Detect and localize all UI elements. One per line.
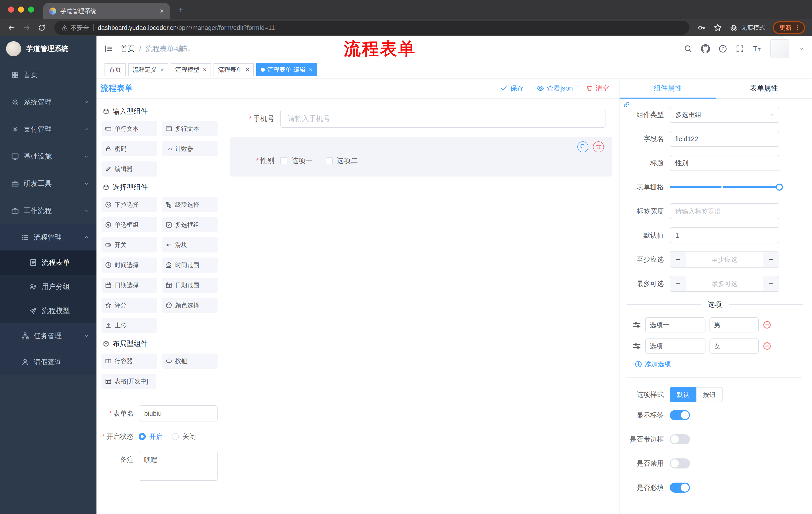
- label-width-input[interactable]: [670, 203, 779, 219]
- tag-process-form[interactable]: 流程表单×: [213, 63, 254, 76]
- gender-option-1[interactable]: 选项一: [280, 156, 313, 165]
- required-toggle[interactable]: [670, 483, 690, 493]
- bookmark-star-icon[interactable]: [714, 23, 722, 32]
- decrease-icon[interactable]: [670, 252, 686, 267]
- close-icon[interactable]: ×: [309, 66, 313, 73]
- sidebar-item-user-group[interactable]: 用户分组: [0, 275, 96, 299]
- grid-slider[interactable]: [670, 179, 779, 195]
- sidebar-item-workflow[interactable]: 工作流程: [0, 197, 96, 224]
- show-label-toggle[interactable]: [670, 410, 690, 420]
- help-icon[interactable]: ?: [719, 45, 727, 53]
- component-radio-group[interactable]: 单选框组: [102, 217, 157, 232]
- option-2-value-input[interactable]: [709, 339, 759, 354]
- option-style-button[interactable]: 按钮: [696, 387, 723, 402]
- browser-tab[interactable]: 芋道管理系统 ×: [43, 3, 170, 19]
- back-icon[interactable]: [5, 21, 18, 34]
- breadcrumb-root[interactable]: 首页: [121, 44, 135, 54]
- component-type-select[interactable]: [670, 107, 779, 123]
- component-counter[interactable]: 123 计数器: [162, 141, 218, 156]
- status-radio-on[interactable]: 开启: [139, 432, 163, 441]
- drag-handle-icon[interactable]: [633, 342, 641, 350]
- delete-widget-button[interactable]: [593, 141, 604, 153]
- component-table[interactable]: 表格[开发中]: [102, 374, 156, 389]
- view-json-button[interactable]: 查看json: [536, 84, 573, 93]
- link-icon[interactable]: [622, 101, 631, 109]
- save-button[interactable]: 保存: [500, 84, 524, 93]
- collapse-sidebar-icon[interactable]: [104, 44, 113, 53]
- sidebar-item-infrastructure[interactable]: 基础设施: [0, 143, 96, 170]
- gender-option-2[interactable]: 选项二: [326, 156, 358, 165]
- remove-option-icon[interactable]: [763, 342, 771, 350]
- add-option-button[interactable]: 添加选项: [635, 360, 803, 369]
- tag-process-model[interactable]: 流程模型×: [171, 63, 211, 76]
- github-icon[interactable]: [701, 44, 710, 53]
- component-multi-text[interactable]: 多行文本: [162, 121, 218, 136]
- max-select-value[interactable]: 最多可选: [686, 276, 763, 291]
- sidebar-item-task-manage[interactable]: 任务管理: [0, 323, 96, 349]
- status-radio-off[interactable]: 关闭: [172, 432, 196, 441]
- default-value-input[interactable]: [670, 227, 779, 243]
- sidebar-item-leave-query[interactable]: 请假查询: [0, 349, 96, 375]
- tab-form-props[interactable]: 表单属性: [716, 78, 812, 98]
- component-row-container[interactable]: 行容器: [102, 354, 157, 369]
- sidebar-item-system[interactable]: 系统管理: [0, 88, 96, 116]
- disabled-toggle[interactable]: [670, 458, 690, 468]
- sidebar-item-process-manage[interactable]: 流程管理: [0, 224, 96, 250]
- key-icon[interactable]: [697, 23, 706, 32]
- option-1-label-input[interactable]: [645, 317, 705, 332]
- close-window-button[interactable]: [8, 6, 14, 12]
- tag-process-definition[interactable]: 流程定义×: [128, 63, 168, 76]
- kebab-menu-icon[interactable]: [794, 24, 801, 31]
- component-select[interactable]: 下拉选择: [102, 197, 157, 212]
- min-select-value[interactable]: 至少应选: [686, 252, 763, 267]
- incognito-profile-chip[interactable]: 无痕模式: [730, 23, 765, 32]
- maximize-window-button[interactable]: [28, 6, 34, 12]
- increase-icon[interactable]: [763, 276, 779, 291]
- option-style-default[interactable]: 默认: [670, 387, 696, 402]
- font-size-icon[interactable]: TT: [753, 44, 762, 53]
- tag-process-form-edit[interactable]: 流程表单-编辑×: [256, 63, 317, 76]
- form-name-input[interactable]: [139, 405, 218, 422]
- option-1-value-input[interactable]: [709, 317, 759, 332]
- component-time-range[interactable]: 时间范围: [162, 258, 218, 273]
- component-date-range[interactable]: 日期范围: [162, 278, 218, 293]
- tag-home[interactable]: 首页: [105, 63, 126, 76]
- sidebar-item-home[interactable]: 首页: [0, 61, 96, 88]
- slider-track[interactable]: [670, 186, 779, 188]
- field-name-input[interactable]: [670, 131, 779, 147]
- component-slider[interactable]: 滑块: [162, 237, 218, 252]
- option-2-label-input[interactable]: [645, 339, 705, 354]
- component-rate[interactable]: 评分: [102, 298, 157, 313]
- sidebar-item-process-model[interactable]: 流程模型: [0, 299, 96, 323]
- tab-component-props[interactable]: 组件属性: [619, 78, 716, 98]
- component-single-text[interactable]: 单行文本: [102, 121, 157, 136]
- sidebar-item-process-form[interactable]: 流程表单: [0, 250, 96, 275]
- component-color-picker[interactable]: 颜色选择: [162, 298, 218, 313]
- tab-close-icon[interactable]: ×: [158, 7, 166, 15]
- component-editor[interactable]: 编辑器: [102, 161, 157, 177]
- fullscreen-icon[interactable]: [736, 45, 744, 53]
- canvas-field-phone[interactable]: 手机号: [230, 110, 612, 128]
- component-cascader[interactable]: 级联选择: [162, 197, 218, 212]
- search-icon[interactable]: [684, 45, 692, 53]
- copy-widget-button[interactable]: [577, 141, 588, 153]
- component-button[interactable]: 按钮: [162, 354, 218, 369]
- increase-icon[interactable]: [763, 252, 779, 267]
- close-icon[interactable]: ×: [203, 66, 206, 73]
- canvas-field-gender-selected[interactable]: 性别 选项一 选项二: [230, 137, 612, 177]
- minimize-window-button[interactable]: [18, 6, 24, 12]
- component-checkbox-group[interactable]: 多选框组: [162, 217, 218, 232]
- remove-option-icon[interactable]: [763, 321, 771, 329]
- url-omnibox[interactable]: 不安全 dashboard.yudao.iocoder.cn/bpm/manag…: [54, 21, 689, 35]
- component-password[interactable]: 密码: [102, 141, 157, 156]
- avatar[interactable]: [770, 39, 789, 58]
- slider-handle[interactable]: [776, 184, 783, 191]
- phone-input[interactable]: [280, 110, 606, 128]
- form-remark-textarea[interactable]: 嘿嘿: [139, 452, 218, 481]
- sidebar-item-payment[interactable]: ¥ 支付管理: [0, 116, 96, 143]
- component-switch[interactable]: 开关: [102, 237, 157, 252]
- checkbox-box[interactable]: [326, 157, 332, 164]
- forward-icon[interactable]: [20, 21, 33, 34]
- title-input[interactable]: [670, 155, 779, 171]
- security-indicator[interactable]: 不安全: [61, 24, 89, 32]
